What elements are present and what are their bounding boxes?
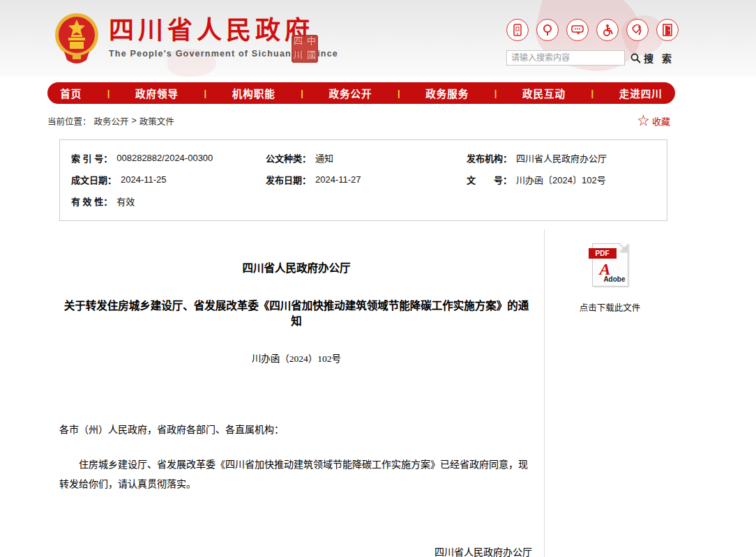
meta-document-number: 文 号： 川办函〔2024〕102号 <box>467 173 667 186</box>
meta-value: 008282882/2024-00300 <box>116 153 213 163</box>
search-button-label: 搜 索 <box>644 51 674 65</box>
nav-separator: | <box>204 88 207 98</box>
site-header: 四川省人民政府 The People's Government of Sichu… <box>0 0 756 77</box>
search-button[interactable]: 搜 索 <box>630 51 674 65</box>
document-body: 四川省人民政府办公厅 关于转发住房城乡建设厅、省发展改革委《四川省加快推动建筑领… <box>59 228 534 557</box>
breadcrumb-row: 当前位置： 政务公开 > 政策文件 ☆ 收藏 <box>0 109 756 132</box>
quick-icon-bar <box>506 19 679 41</box>
meta-row: 成文日期： 2024-11-25 发布日期： 2024-11-27 文 号： 川… <box>60 169 667 190</box>
meta-label: 发布机构： <box>467 151 512 165</box>
seal-stamp: 四 中 川 國 <box>292 35 318 63</box>
breadcrumb-item-gov-disclosure[interactable]: 政务公开 <box>94 114 129 128</box>
nav-item-org-functions[interactable]: 机构职能 <box>232 86 275 100</box>
seal-char: 四 <box>292 35 305 49</box>
meta-label: 文 号： <box>467 173 512 186</box>
search-area: 搜 索 <box>506 50 674 66</box>
favorite-label: 收藏 <box>652 114 670 128</box>
document-salutation: 各市（州）人民政府，省政府各部门、各直属机构： <box>59 422 534 436</box>
document-paragraph: 住房城乡建设厅、省发展改革委《四川省加快推动建筑领域节能降碳工作实施方案》已经省… <box>59 455 534 494</box>
nav-separator: | <box>107 88 110 98</box>
national-emblem-icon <box>54 10 99 66</box>
breadcrumb-prefix: 当前位置： <box>47 114 91 128</box>
nav-item-about-sichuan[interactable]: 走进四川 <box>619 86 663 100</box>
download-file-link[interactable]: 点击下载此文件 <box>545 300 675 314</box>
breadcrumb-separator: > <box>132 116 137 125</box>
nav-separator: | <box>494 88 497 98</box>
meta-label: 成文日期： <box>71 173 116 186</box>
breadcrumb: 当前位置： 政务公开 > 政策文件 <box>47 114 174 128</box>
meta-issuing-agency: 发布机构： 四川省人民政府办公厅 <box>467 151 667 165</box>
meta-written-date: 成文日期： 2024-11-25 <box>60 173 266 186</box>
nav-item-gov-leaders[interactable]: 政府领导 <box>135 86 179 100</box>
meta-value: 2024-11-25 <box>121 174 167 185</box>
breadcrumb-item-policy-documents[interactable]: 政策文件 <box>139 114 174 128</box>
nav-item-public-interaction[interactable]: 政民互动 <box>522 86 566 100</box>
meta-validity: 有 效 性： 有效 <box>60 194 266 208</box>
document-meta-box: 索 引 号： 008282882/2024-00300 公文种类： 通知 发布机… <box>59 139 667 221</box>
seal-char: 中 <box>305 35 318 49</box>
search-icon <box>630 53 641 63</box>
meta-row: 有 效 性： 有效 <box>60 190 667 212</box>
download-column: PDF A Adobe 点击下载此文件 <box>545 228 675 314</box>
meta-index-number: 索 引 号： 008282882/2024-00300 <box>60 151 266 165</box>
nav-separator: | <box>398 88 400 98</box>
document-number: 川办函（2024）102号 <box>59 351 534 365</box>
meta-label: 发布日期： <box>266 173 311 186</box>
door-login-icon[interactable] <box>656 19 679 41</box>
meta-value: 2024-11-27 <box>315 174 361 185</box>
nav-item-gov-services[interactable]: 政务服务 <box>425 86 469 100</box>
favorite-button[interactable]: ☆ 收藏 <box>637 114 670 128</box>
mobile-version-icon[interactable] <box>506 19 529 41</box>
seal-char: 川 <box>292 49 305 63</box>
seal-char: 國 <box>305 49 318 63</box>
meta-label: 有 效 性： <box>71 194 112 208</box>
pdf-badge: PDF <box>589 248 617 259</box>
meta-value: 通知 <box>315 151 333 165</box>
meta-label: 公文种类： <box>266 151 311 165</box>
chat-icon[interactable] <box>566 19 589 41</box>
meta-label: 索 引 号： <box>71 151 112 165</box>
document-title-agency: 四川省人民政府办公厅 <box>59 259 534 275</box>
nav-item-gov-disclosure[interactable]: 政务公开 <box>328 86 372 100</box>
nav-pill: 首页 | 政府领导 | 机构职能 | 政务公开 | 政务服务 | 政民互动 | … <box>47 82 675 104</box>
star-icon: ☆ <box>637 115 649 127</box>
document-title-main: 关于转发住房城乡建设厅、省发展改革委《四川省加快推动建筑领域节能降碳工作实施方案… <box>59 297 534 328</box>
pdf-file-icon[interactable]: PDF A Adobe <box>592 243 628 287</box>
search-input[interactable] <box>506 50 625 66</box>
meta-publish-date: 发布日期： 2024-11-27 <box>266 173 467 186</box>
accessibility-wheelchair-icon[interactable] <box>596 19 619 41</box>
pin-icon[interactable] <box>536 19 559 41</box>
meta-value: 有效 <box>116 194 135 208</box>
elderly-care-icon[interactable] <box>626 19 649 41</box>
document-signature: 四川省人民政府办公厅 <box>59 544 534 557</box>
meta-value: 四川省人民政府办公厅 <box>516 151 607 165</box>
adobe-label: Adobe <box>603 275 625 283</box>
nav-separator: | <box>591 88 594 98</box>
page-fold-icon <box>620 243 628 252</box>
nav-separator: | <box>301 88 303 98</box>
meta-value: 川办函〔2024〕102号 <box>516 173 606 186</box>
meta-document-type: 公文种类： 通知 <box>266 151 467 165</box>
meta-row: 索 引 号： 008282882/2024-00300 公文种类： 通知 发布机… <box>60 147 667 169</box>
main-nav: 首页 | 政府领导 | 机构职能 | 政务公开 | 政务服务 | 政民互动 | … <box>0 77 756 109</box>
nav-item-home[interactable]: 首页 <box>60 86 82 100</box>
